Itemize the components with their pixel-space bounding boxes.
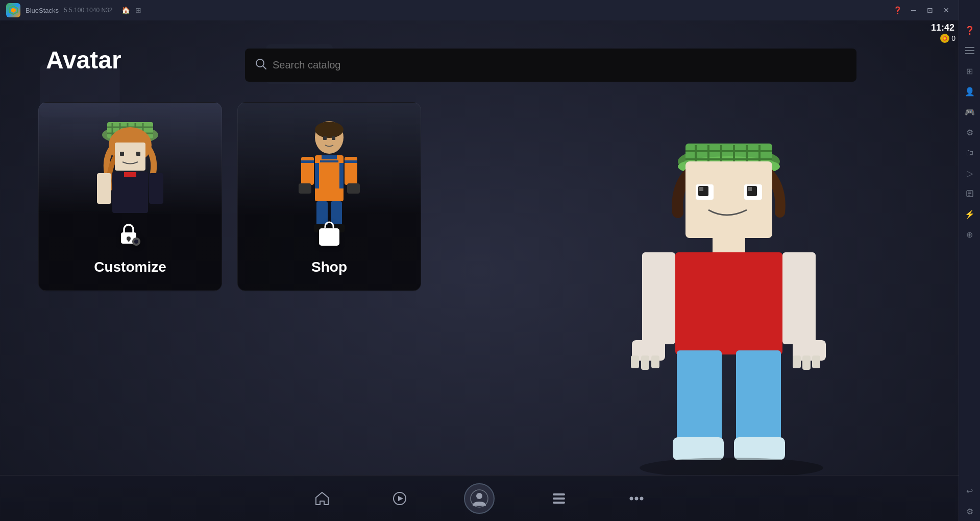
customize-card-content: Customize [94, 220, 166, 275]
svg-marker-1 [11, 8, 16, 13]
sidebar-icon-help[interactable]: ❓ [960, 20, 979, 40]
customize-icon [116, 220, 144, 255]
sidebar-icon-boost[interactable]: ⚡ [960, 204, 979, 224]
coin-display: ⭕ 0 [940, 34, 955, 43]
svg-rect-94 [793, 356, 801, 368]
svg-rect-2 [965, 47, 974, 48]
svg-rect-93 [651, 356, 659, 368]
sidebar-icon-settings[interactable]: ⚙ [960, 123, 979, 142]
shop-label: Shop [311, 259, 347, 275]
svg-rect-85 [677, 350, 722, 447]
svg-rect-41 [138, 241, 140, 243]
svg-rect-48 [320, 160, 338, 162]
coin-icon: ⭕ [940, 34, 949, 43]
svg-rect-91 [631, 356, 639, 368]
svg-rect-61 [319, 228, 339, 246]
svg-rect-38 [135, 238, 137, 240]
sidebar-icon-script[interactable] [960, 184, 979, 203]
nav-home[interactable] [309, 485, 335, 512]
svg-rect-29 [112, 172, 148, 213]
svg-rect-79 [699, 187, 703, 191]
main-character [601, 110, 856, 480]
svg-rect-81 [713, 237, 745, 252]
svg-rect-95 [802, 356, 811, 370]
svg-rect-54 [345, 160, 357, 163]
page-title: Avatar [46, 46, 121, 74]
svg-rect-96 [812, 356, 820, 368]
svg-rect-86 [736, 350, 781, 447]
svg-rect-40 [132, 241, 134, 243]
sidebar-icon-add[interactable]: ⊕ [960, 225, 979, 244]
restore-button[interactable]: ⊡ [923, 3, 937, 17]
sidebar-icon-gamepad[interactable]: 🎮 [960, 102, 979, 122]
close-button[interactable]: ✕ [939, 3, 953, 17]
app-name: BlueStacks [26, 7, 59, 14]
sidebar-icon-files[interactable]: 🗂 [960, 143, 979, 162]
svg-rect-104 [553, 502, 565, 504]
search-input[interactable] [273, 59, 846, 71]
svg-rect-4 [965, 53, 974, 54]
sidebar-icon-menu[interactable] [960, 41, 979, 60]
svg-rect-26 [115, 143, 145, 171]
sidebar-icon-apps[interactable]: ⊞ [960, 61, 979, 81]
svg-rect-50 [339, 163, 344, 188]
svg-point-43 [315, 122, 344, 138]
window-controls[interactable]: ❓ ─ ⊡ ✕ [890, 3, 953, 17]
sidebar-icon-back[interactable]: ↩ [960, 481, 979, 501]
minimize-button[interactable]: ─ [906, 3, 921, 17]
cards-area: Customize [38, 102, 421, 291]
svg-rect-45 [332, 136, 335, 140]
shop-card-content: Shop [311, 220, 347, 275]
svg-point-105 [630, 496, 633, 500]
svg-rect-3 [965, 50, 974, 51]
svg-point-37 [134, 240, 138, 244]
svg-rect-58 [347, 183, 360, 194]
sidebar-icon-gear[interactable]: ⚙ [960, 502, 979, 521]
shop-card[interactable]: Shop [237, 102, 421, 291]
nav-catalog[interactable] [546, 485, 572, 512]
titlebar: BlueStacks 5.5.100.1040 N32 🏠 ⊞ ❓ ─ ⊡ ✕ [0, 0, 960, 20]
svg-rect-47 [322, 155, 337, 159]
svg-rect-92 [641, 356, 649, 370]
svg-rect-44 [323, 136, 327, 140]
svg-rect-83 [642, 252, 675, 344]
svg-marker-99 [398, 496, 403, 501]
nav-more[interactable] [623, 485, 650, 512]
svg-rect-28 [136, 152, 140, 156]
svg-rect-49 [315, 163, 319, 188]
bluestacks-logo [6, 3, 20, 17]
app-area: Avatar [0, 20, 959, 521]
sidebar-icon-profile[interactable]: 👤 [960, 82, 979, 101]
app-version: 5.5.100.1040 N32 [64, 7, 112, 14]
search-bar[interactable] [245, 49, 856, 82]
svg-rect-102 [553, 493, 565, 495]
nav-avatar[interactable] [464, 483, 495, 514]
svg-rect-88 [734, 437, 785, 460]
svg-rect-103 [553, 498, 565, 500]
svg-rect-57 [299, 183, 311, 194]
svg-point-101 [476, 493, 482, 499]
svg-rect-39 [135, 244, 137, 246]
svg-rect-82 [675, 252, 782, 354]
svg-rect-32 [149, 173, 163, 204]
customize-label: Customize [94, 259, 166, 275]
svg-rect-53 [301, 160, 314, 163]
time-display: 11:42 [931, 22, 954, 33]
svg-rect-27 [120, 152, 124, 156]
nav-play[interactable] [386, 485, 413, 512]
sidebar-icon-macro[interactable]: ▷ [960, 163, 979, 183]
right-sidebar: ❓ ⊞ 👤 🎮 ⚙ 🗂 ▷ ⚡ ⊕ ↩ ⚙ [959, 0, 980, 521]
customize-card[interactable]: Customize [38, 102, 222, 291]
svg-rect-84 [782, 252, 816, 344]
svg-rect-87 [673, 437, 724, 460]
svg-rect-30 [124, 172, 136, 177]
bottom-nav [0, 475, 959, 521]
svg-rect-80 [748, 187, 752, 191]
svg-point-106 [635, 496, 639, 500]
svg-rect-31 [97, 173, 111, 204]
help-button[interactable]: ❓ [890, 3, 904, 17]
svg-point-107 [640, 496, 644, 500]
svg-rect-35 [128, 239, 130, 242]
search-icon [255, 58, 266, 72]
svg-line-15 [263, 66, 266, 69]
